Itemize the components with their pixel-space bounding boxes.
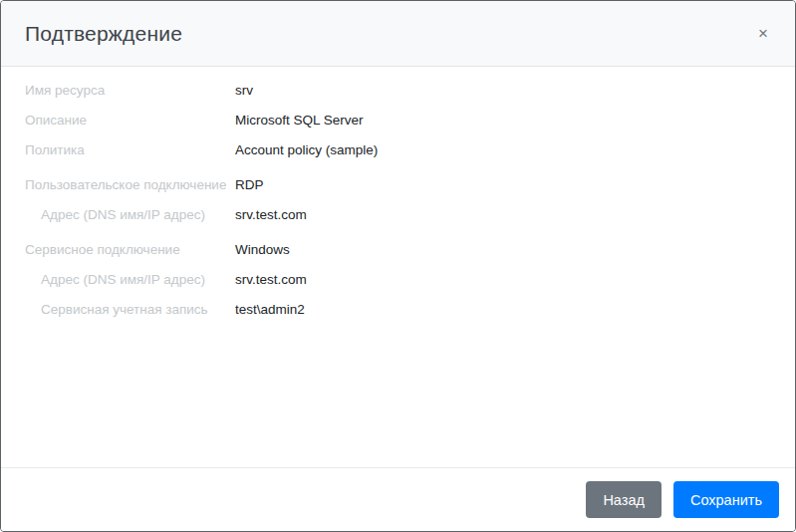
back-button[interactable]: Назад <box>586 481 662 518</box>
save-button[interactable]: Сохранить <box>673 481 779 518</box>
field-label: Адрес (DNS имя/IP адрес) <box>1 272 235 287</box>
field-value: Windows <box>235 242 290 257</box>
field-label: Пользовательское подключение <box>1 177 235 192</box>
field-row-service-account: Сервисная учетная запись test\admin2 <box>1 294 795 324</box>
field-label: Сервисная учетная запись <box>1 302 235 317</box>
close-icon[interactable]: × <box>752 21 774 46</box>
field-value: Account policy (sample) <box>235 142 378 157</box>
dialog-body: Имя ресурса srv Описание Microsoft SQL S… <box>1 67 795 467</box>
field-label: Политика <box>1 142 235 157</box>
field-row-user-connection: Пользовательское подключение RDP <box>1 169 795 199</box>
field-row-user-address: Адрес (DNS имя/IP адрес) srv.test.com <box>1 199 795 229</box>
confirmation-dialog: Подтверждение × Имя ресурса srv Описание… <box>0 0 796 532</box>
field-row-service-address: Адрес (DNS имя/IP адрес) srv.test.com <box>1 264 795 294</box>
field-row-description: Описание Microsoft SQL Server <box>1 105 795 134</box>
field-value: srv <box>235 83 253 98</box>
field-row-policy: Политика Account policy (sample) <box>1 134 795 164</box>
field-label: Имя ресурса <box>1 83 235 98</box>
field-value: test\admin2 <box>235 302 305 317</box>
field-row-resource-name: Имя ресурса srv <box>1 75 795 105</box>
dialog-footer: Назад Сохранить <box>1 467 795 531</box>
field-value: RDP <box>235 177 264 192</box>
field-row-service-connection: Сервисное подключение Windows <box>1 234 795 264</box>
dialog-title: Подтверждение <box>25 22 182 46</box>
field-value: Microsoft SQL Server <box>235 113 364 128</box>
field-label: Адрес (DNS имя/IP адрес) <box>1 207 235 222</box>
dialog-header: Подтверждение × <box>1 1 795 67</box>
field-label: Описание <box>1 113 235 128</box>
field-label: Сервисное подключение <box>1 242 235 257</box>
field-value: srv.test.com <box>235 207 307 222</box>
field-value: srv.test.com <box>235 272 307 287</box>
